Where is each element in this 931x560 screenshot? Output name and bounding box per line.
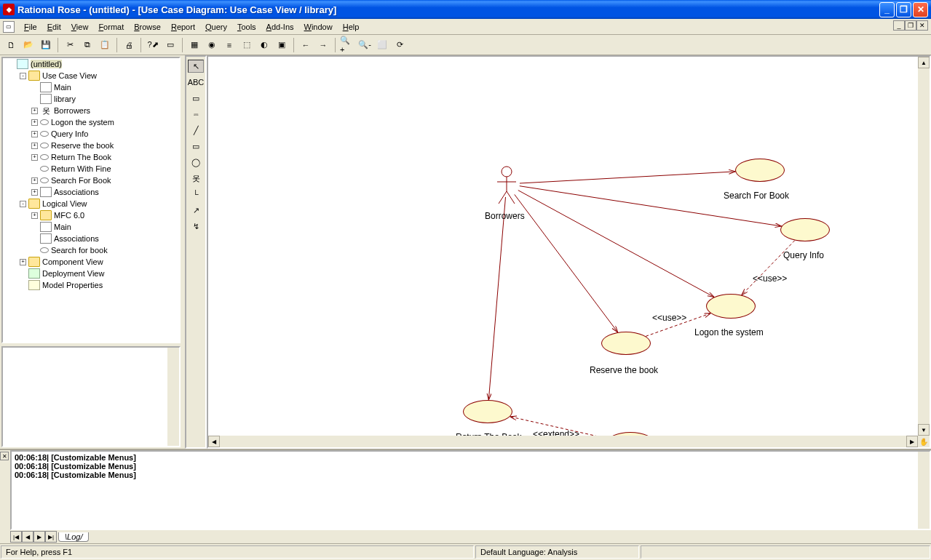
usecase-search[interactable] xyxy=(735,159,785,182)
menu-file[interactable]: File xyxy=(19,21,42,33)
mdi-minimize[interactable]: _ xyxy=(893,20,905,31)
tree-node[interactable]: library xyxy=(3,93,179,105)
tree-node[interactable]: Model Properties xyxy=(3,279,179,291)
palette-pointer[interactable]: ↖ xyxy=(188,60,204,73)
back-button[interactable]: ← xyxy=(298,37,314,53)
tree-expander[interactable]: + xyxy=(31,143,38,149)
minimize-button[interactable]: _ xyxy=(879,2,895,17)
usecase-diag-button[interactable]: ◉ xyxy=(204,37,220,53)
tree-node[interactable]: +Component View xyxy=(3,256,179,268)
tree-node[interactable]: Associations xyxy=(3,233,179,244)
zoom-in-button[interactable]: 🔍+ xyxy=(339,37,355,53)
class-diag-button[interactable]: ▦ xyxy=(186,37,202,53)
tree-node[interactable]: +Logon the system xyxy=(3,116,179,128)
mdi-close[interactable]: ✕ xyxy=(916,20,928,31)
tree-expander[interactable]: + xyxy=(31,154,38,161)
tree-expander[interactable]: + xyxy=(31,119,38,126)
palette-l-connector[interactable]: └ xyxy=(188,188,204,201)
usecase-logon[interactable] xyxy=(706,294,756,319)
seq-diag-button[interactable]: ≡ xyxy=(221,37,237,53)
tree-node[interactable]: (untitled) xyxy=(3,58,179,70)
tree-node[interactable]: -Logical View xyxy=(3,198,179,209)
menu-report[interactable]: Report xyxy=(166,21,200,33)
menu-edit[interactable]: Edit xyxy=(42,21,66,33)
palette-text[interactable]: ABC xyxy=(188,76,204,89)
frame-button[interactable]: ▭ xyxy=(162,37,178,53)
relation-label[interactable]: <<extend>> xyxy=(533,429,579,436)
maximize-button[interactable]: ❐ xyxy=(896,2,911,17)
cut-button[interactable]: ✂ xyxy=(62,37,78,53)
palette-diag-connector[interactable]: ↗ xyxy=(188,204,204,217)
tree-node[interactable]: +Associations xyxy=(3,186,179,198)
log-close-button[interactable]: ✕ xyxy=(0,452,9,460)
actor-label[interactable]: Borrowers xyxy=(485,211,525,221)
tree-node[interactable]: -Use Case View xyxy=(3,70,179,81)
scrollbar-vertical[interactable] xyxy=(167,348,179,446)
menu-window[interactable]: Window xyxy=(299,21,338,33)
log-nav-last[interactable]: ▶| xyxy=(45,531,57,543)
copy-button[interactable]: ⧉ xyxy=(79,37,95,53)
tree-node[interactable]: +옷Borrowers xyxy=(3,105,179,116)
usecase-label[interactable]: Reserve the book xyxy=(590,365,658,375)
save-button[interactable]: 💾 xyxy=(38,37,54,53)
close-button[interactable]: ✕ xyxy=(913,2,928,17)
usecase-return[interactable] xyxy=(463,400,512,423)
relation-label[interactable]: <<use>> xyxy=(652,313,686,323)
tree-node[interactable]: Search for book xyxy=(3,244,179,256)
actor-figure[interactable] xyxy=(496,166,518,206)
tree-node[interactable]: Return With Fine xyxy=(3,163,179,175)
scroll-left-button[interactable]: ◀ xyxy=(208,436,220,447)
menu-format[interactable]: Format xyxy=(93,21,129,33)
tree-node[interactable]: +Query Info xyxy=(3,128,179,140)
tree-node[interactable]: Deployment View xyxy=(3,268,179,279)
log-output[interactable]: 00:06:18| [Customizable Menus]00:06:18| … xyxy=(10,450,931,530)
tree-expander[interactable]: + xyxy=(31,189,38,196)
log-scrollbar[interactable] xyxy=(918,452,930,529)
tree-expander[interactable]: - xyxy=(20,201,26,207)
usecase-reserve[interactable] xyxy=(601,332,651,355)
usecase-label[interactable]: Logon the system xyxy=(694,327,764,337)
canvas-scrollbar-vertical[interactable]: ▲ ▼ xyxy=(918,57,930,436)
paste-button[interactable]: 📋 xyxy=(97,37,113,53)
tree-expander[interactable]: + xyxy=(31,108,38,114)
tree-expander[interactable]: - xyxy=(20,73,26,79)
log-nav-next[interactable]: ▶ xyxy=(33,531,45,543)
menu-help[interactable]: Help xyxy=(338,21,365,33)
menu-tools[interactable]: Tools xyxy=(232,21,261,33)
mdi-restore[interactable]: ❐ xyxy=(905,20,916,31)
tree-node[interactable]: +Search For Book xyxy=(3,175,179,186)
pan-grip-icon[interactable]: ✋ xyxy=(918,436,930,447)
usecase-query[interactable] xyxy=(780,218,830,241)
help-context-button[interactable]: ?⬈ xyxy=(145,37,161,53)
fit-button[interactable]: ⬜ xyxy=(374,37,390,53)
log-tab[interactable]: \Log/ xyxy=(58,532,89,542)
usecase-label[interactable]: Query Info xyxy=(783,250,824,260)
menu-view[interactable]: View xyxy=(66,21,94,33)
menu-query[interactable]: Query xyxy=(200,21,232,33)
forward-button[interactable]: → xyxy=(315,37,331,53)
zoom-out-button[interactable]: 🔍- xyxy=(357,37,373,53)
relation-label[interactable]: <<use>> xyxy=(753,273,787,284)
palette-note[interactable]: ▭ xyxy=(188,92,204,105)
palette-anchor[interactable]: ⎓ xyxy=(188,108,204,121)
state-diag-button[interactable]: ◐ xyxy=(256,37,272,53)
tree-expander[interactable]: + xyxy=(31,177,38,184)
open-button[interactable]: 📂 xyxy=(20,37,36,53)
canvas-scrollbar-horizontal[interactable]: ◀ ▶ xyxy=(208,436,918,447)
model-tree[interactable]: (untitled)-Use Case ViewMainlibrary+옷Bor… xyxy=(1,57,181,343)
tree-expander[interactable]: + xyxy=(31,131,38,137)
scroll-up-button[interactable]: ▲ xyxy=(918,57,930,68)
scroll-right-button[interactable]: ▶ xyxy=(906,436,918,447)
diagram-canvas[interactable]: BorrowersSearch For BookQuery InfoLogon … xyxy=(208,57,918,436)
collab-diag-button[interactable]: ⬚ xyxy=(239,37,255,53)
palette-usecase[interactable]: ◯ xyxy=(188,156,204,169)
mdi-icon[interactable]: ▭ xyxy=(3,21,15,33)
log-nav-first[interactable]: |◀ xyxy=(10,531,22,543)
tree-expander[interactable]: + xyxy=(31,212,38,219)
palette-trend-connector[interactable]: ↯ xyxy=(188,220,204,233)
refresh-button[interactable]: ⟳ xyxy=(392,37,408,53)
documentation-panel[interactable] xyxy=(1,346,181,447)
usecase-label[interactable]: Search For Book xyxy=(724,191,789,201)
tree-node[interactable]: +Reserve the book xyxy=(3,140,179,151)
tree-node[interactable]: +Return The Book xyxy=(3,151,179,163)
